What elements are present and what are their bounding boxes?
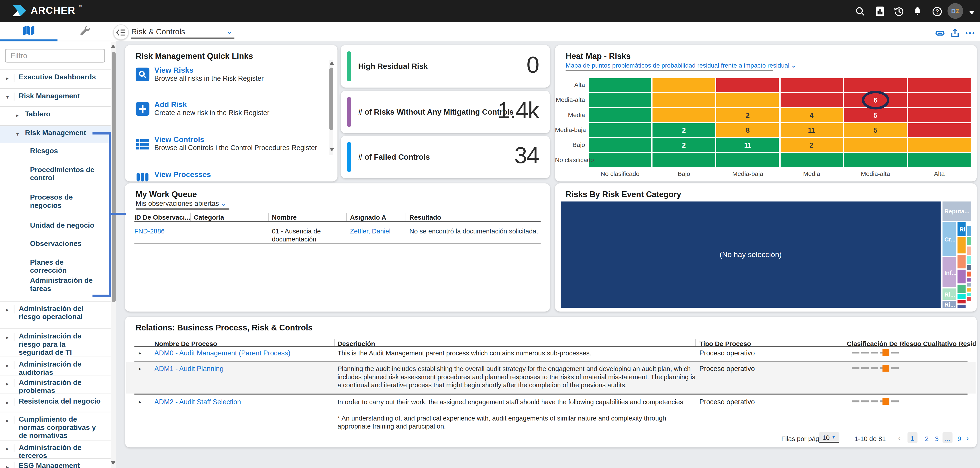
user-menu-caret-icon[interactable] <box>966 6 978 19</box>
add-risk-icon[interactable] <box>136 102 150 116</box>
heatmap-cell[interactable]: 2 <box>780 138 843 152</box>
expand-arrow-icon[interactable]: ▸ <box>6 399 9 406</box>
sidebar-item[interactable]: Risk Management <box>19 92 101 100</box>
treemap-tile[interactable] <box>967 288 970 292</box>
expand-arrow-icon[interactable]: ▸ <box>6 381 9 387</box>
heatmap-cell[interactable]: 11 <box>780 123 843 137</box>
sidebar-item[interactable]: Unidad de negocio <box>30 221 101 229</box>
treemap-tile[interactable] <box>958 270 966 283</box>
treemap-tile[interactable] <box>967 256 970 264</box>
expand-arrow-icon[interactable]: ▸ <box>6 307 9 313</box>
expand-row-icon[interactable]: ▸ <box>139 366 141 372</box>
heatmap-cell[interactable]: 2 <box>716 108 779 122</box>
dashboard-selector[interactable]: Risk & Controls <box>131 27 191 36</box>
heatmap-cell[interactable] <box>844 153 907 167</box>
column-header[interactable]: Categoría <box>194 213 224 221</box>
treemap-tile[interactable] <box>958 237 966 254</box>
heatmap-cell[interactable] <box>589 123 651 137</box>
treemap-tile[interactable]: Inf... <box>943 257 956 287</box>
sidebar-item[interactable]: Resistencia del negocio <box>19 397 101 405</box>
view-controls-link[interactable]: View Controls <box>154 135 204 144</box>
sidebar-tab-navigation[interactable] <box>22 25 35 39</box>
scroll-down-icon[interactable] <box>111 461 116 465</box>
slider-handle[interactable] <box>883 398 889 405</box>
heatmap-cell[interactable] <box>908 138 970 152</box>
heatmap-cell[interactable] <box>908 93 970 107</box>
heatmap-cell[interactable] <box>589 138 651 152</box>
sidebar-item[interactable]: Cumplimiento de normas corporativas y de… <box>19 415 101 440</box>
page-button[interactable]: 3 <box>935 435 939 442</box>
treemap-tile[interactable] <box>967 278 970 282</box>
heatmap-cell[interactable] <box>908 108 970 122</box>
process-name-link[interactable]: ADM0 - Audit Management (Parent Process) <box>154 349 290 357</box>
page-button[interactable]: 9 <box>958 435 961 442</box>
heatmap-cell[interactable]: 4 <box>780 108 843 122</box>
observation-id-link[interactable]: FND-2886 <box>134 227 165 235</box>
heatmap-cell[interactable] <box>908 153 970 167</box>
view-processes-icon[interactable] <box>136 170 150 184</box>
treemap-tile[interactable] <box>967 265 970 270</box>
treemap-tile[interactable]: Ri... <box>943 301 956 308</box>
heatmap-cell[interactable] <box>780 78 843 92</box>
sidebar-item[interactable]: Administración de tareas <box>30 276 101 293</box>
heatmap-cell[interactable] <box>652 153 715 167</box>
heatmap-cell[interactable] <box>908 123 970 137</box>
treemap-tile[interactable] <box>967 283 970 286</box>
analytics-icon[interactable] <box>874 5 886 18</box>
kpi-card-risks-without-controls[interactable]: # of Risks Without Any Mitigating Contro… <box>340 90 550 133</box>
expand-arrow-icon[interactable]: ▸ <box>6 363 9 369</box>
kpi-card-failed-controls[interactable]: # of Failed Controls 34 <box>340 136 550 178</box>
sidebar-collapse-button[interactable] <box>113 24 129 40</box>
collapse-arrow-icon[interactable]: ▾ <box>6 94 9 100</box>
previous-page-icon[interactable]: ‹ <box>898 434 900 442</box>
expand-arrow-icon[interactable]: ▸ <box>6 76 9 82</box>
risk-rating-slider[interactable] <box>852 397 902 405</box>
user-avatar[interactable]: DZ <box>948 3 963 19</box>
heatmap-cell[interactable]: 5 <box>844 108 907 122</box>
treemap-tile[interactable] <box>958 285 966 293</box>
sidebar-item[interactable]: Administración de problemas <box>19 379 101 395</box>
kpi-card-high-residual-risk[interactable]: High Residual Risk 0 <box>340 45 550 88</box>
treemap-tile[interactable] <box>958 300 966 303</box>
sidebar-scrollbar-thumb[interactable] <box>111 52 115 302</box>
sidebar-item[interactable]: Planes de corrección <box>30 258 101 275</box>
copy-link-icon[interactable] <box>935 28 945 38</box>
treemap-tile[interactable]: Cr... <box>943 222 956 256</box>
treemap-tile[interactable] <box>958 305 966 308</box>
heatmap-cell[interactable] <box>780 93 843 107</box>
heatmap-cell[interactable] <box>589 78 651 92</box>
work-queue-view-selector[interactable]: Mis observaciones abiertas ⌄ <box>136 200 227 208</box>
treemap-tile[interactable] <box>967 247 970 255</box>
heatmap-cell[interactable]: 11 <box>716 138 779 152</box>
heatmap-cell[interactable]: 6 <box>844 93 907 107</box>
sidebar-item[interactable]: Observaciones <box>30 240 101 248</box>
collapse-arrow-icon[interactable]: ▾ <box>16 131 19 137</box>
heatmap-cell[interactable]: 2 <box>652 123 715 137</box>
history-icon[interactable] <box>892 5 905 18</box>
export-icon[interactable] <box>950 28 960 38</box>
heatmap-cell[interactable] <box>780 153 843 167</box>
heatmap-cell[interactable] <box>589 93 651 107</box>
scroll-up-icon[interactable] <box>329 61 334 65</box>
sidebar-item[interactable]: Administración de terceros <box>19 443 101 460</box>
sidebar-item[interactable]: Administración de auditorías <box>19 360 101 376</box>
help-icon[interactable]: ? <box>931 5 943 18</box>
heatmap-cell[interactable] <box>589 153 651 167</box>
assigned-to-link[interactable]: Zettler, Daniel <box>350 227 390 235</box>
treemap-tile[interactable] <box>967 237 970 245</box>
risk-rating-slider[interactable] <box>852 348 902 356</box>
heatmap-cell[interactable] <box>652 78 715 92</box>
column-header[interactable]: ID De Observaci... <box>134 213 190 221</box>
view-controls-icon[interactable] <box>136 137 150 151</box>
more-options-icon[interactable] <box>965 28 975 38</box>
heatmap-cell[interactable] <box>844 78 907 92</box>
expand-arrow-icon[interactable]: ▸ <box>6 418 9 424</box>
search-icon[interactable] <box>854 5 866 18</box>
sidebar-filter-input[interactable] <box>5 49 105 63</box>
quicklinks-scrollbar-thumb[interactable] <box>329 67 333 130</box>
sidebar-tab-tools[interactable] <box>79 25 91 39</box>
heatmap-cell[interactable]: 2 <box>652 138 715 152</box>
column-header[interactable]: Nombre <box>272 213 297 221</box>
heatmap-cell[interactable] <box>589 108 651 122</box>
column-header[interactable]: Resultado <box>409 213 441 221</box>
